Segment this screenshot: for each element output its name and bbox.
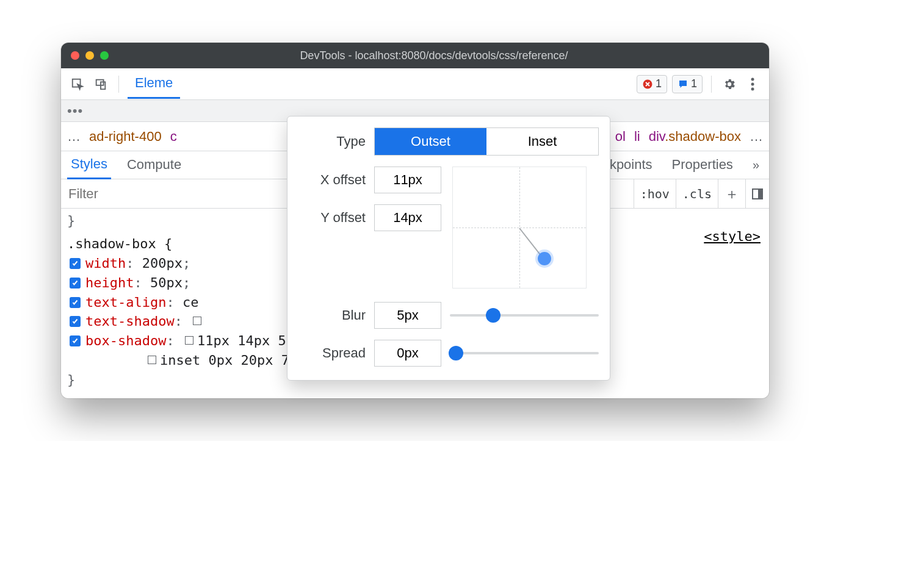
stylesheet-link[interactable]: <style> (704, 227, 761, 246)
shadow-editor-icon[interactable] (148, 356, 157, 365)
checkbox-icon[interactable] (70, 335, 81, 346)
inset-button[interactable]: Inset (486, 128, 598, 155)
tab-elements[interactable]: Eleme (128, 70, 180, 99)
new-rule-button[interactable]: ＋ (718, 179, 745, 208)
breadcrumb-item[interactable]: c (170, 129, 177, 145)
breadcrumb-selected[interactable]: div.shadow-box (649, 129, 741, 145)
cls-button[interactable]: .cls (676, 179, 718, 208)
error-count: 1 (656, 77, 662, 90)
tab-properties[interactable]: Properties (668, 152, 737, 178)
shadow-editor-icon[interactable] (185, 336, 195, 346)
shadow-editor-popup: Type Outset Inset X offset Y offset (287, 116, 610, 381)
breadcrumb-ellipsis[interactable]: … (67, 129, 81, 145)
svg-point-4 (751, 77, 754, 81)
breadcrumb-ellipsis[interactable]: … (750, 129, 763, 145)
svg-point-6 (751, 87, 754, 90)
outset-button[interactable]: Outset (375, 128, 486, 155)
blur-label: Blur (298, 307, 366, 323)
window-controls (71, 51, 109, 60)
spread-slider[interactable] (450, 352, 599, 354)
breadcrumb-item[interactable]: li (634, 129, 640, 145)
blur-input[interactable] (374, 302, 441, 329)
close-window-button[interactable] (71, 51, 79, 60)
tab-styles[interactable]: Styles (67, 151, 111, 179)
maximize-window-button[interactable] (100, 51, 109, 60)
divider (118, 76, 119, 93)
inspect-icon[interactable] (68, 75, 87, 93)
window-title: DevTools - localhost:8080/docs/devtools/… (109, 49, 759, 62)
type-label: Type (298, 134, 366, 149)
slider-handle[interactable] (486, 308, 501, 323)
devtools-window: DevTools - localhost:8080/docs/devtools/… (61, 43, 769, 398)
checkbox-icon[interactable] (70, 278, 81, 289)
type-toggle: Outset Inset (374, 127, 599, 156)
breadcrumb-item[interactable]: ol (615, 129, 626, 145)
divider (711, 76, 712, 93)
minimize-window-button[interactable] (85, 51, 94, 60)
shadow-editor-icon[interactable] (193, 317, 203, 326)
y-offset-input[interactable] (374, 204, 441, 231)
y-offset-label: Y offset (298, 210, 366, 226)
spread-label: Spread (298, 345, 366, 361)
blur-slider[interactable] (450, 314, 599, 317)
svg-point-5 (751, 82, 754, 85)
more-tabs-icon[interactable]: » (749, 153, 763, 177)
error-badge[interactable]: 1 (637, 75, 667, 93)
x-offset-input[interactable] (374, 167, 441, 193)
x-offset-label: X offset (298, 172, 366, 188)
message-count: 1 (691, 77, 697, 90)
offset-visualizer[interactable] (452, 167, 587, 289)
dom-ellipsis-icon[interactable]: ••• (67, 103, 83, 119)
panel-toggle-button[interactable] (745, 179, 769, 208)
settings-icon[interactable] (720, 75, 739, 93)
checkbox-icon[interactable] (70, 297, 81, 308)
breadcrumb-item[interactable]: ad-right-400 (89, 129, 162, 145)
hov-button[interactable]: :hov (634, 179, 676, 208)
message-badge[interactable]: 1 (672, 75, 703, 93)
titlebar: DevTools - localhost:8080/docs/devtools/… (61, 43, 769, 68)
offset-handle[interactable] (538, 252, 551, 265)
device-toggle-icon[interactable] (92, 75, 110, 93)
tab-computed[interactable]: Compute (123, 152, 185, 178)
spread-input[interactable] (374, 340, 441, 367)
slider-handle[interactable] (449, 346, 463, 360)
checkbox-icon[interactable] (70, 258, 81, 269)
checkbox-icon[interactable] (70, 316, 81, 327)
more-menu-icon[interactable] (743, 75, 762, 93)
main-toolbar: Eleme 1 1 (61, 68, 769, 100)
